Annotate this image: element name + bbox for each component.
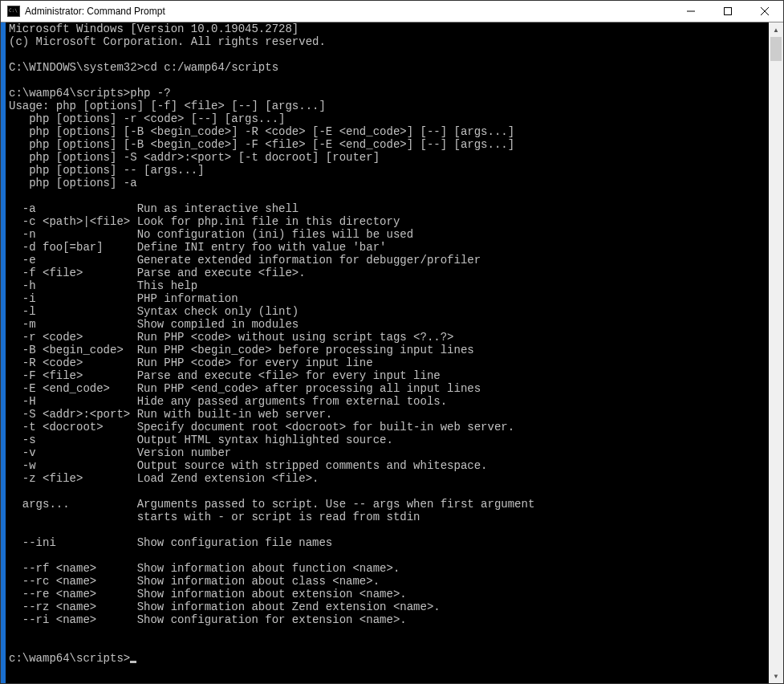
cmd-icon	[7, 6, 20, 17]
command-prompt-window: Administrator: Command Prompt Microsoft …	[0, 0, 784, 684]
scroll-down-button[interactable]: ▼	[769, 669, 783, 683]
scroll-thumb[interactable]	[770, 37, 782, 61]
minimize-icon	[687, 7, 695, 15]
titlebar[interactable]: Administrator: Command Prompt	[1, 1, 783, 22]
svg-rect-1	[725, 8, 732, 15]
close-button[interactable]	[746, 1, 783, 22]
scroll-up-button[interactable]: ▲	[769, 22, 783, 37]
minimize-button[interactable]	[672, 1, 709, 22]
client-area: Microsoft Windows [Version 10.0.19045.27…	[1, 22, 783, 683]
cursor	[130, 661, 136, 663]
console-text: Microsoft Windows [Version 10.0.19045.27…	[9, 22, 534, 626]
window-controls	[672, 1, 783, 22]
maximize-icon	[724, 7, 732, 15]
prompt-text: c:\wamp64\scripts>	[9, 652, 130, 665]
maximize-button[interactable]	[709, 1, 746, 22]
window-title: Administrator: Command Prompt	[25, 6, 672, 17]
vertical-scrollbar[interactable]: ▲ ▼	[769, 22, 783, 683]
close-icon	[761, 7, 769, 15]
prompt-line[interactable]: c:\wamp64\scripts>	[9, 652, 136, 665]
console-output[interactable]: Microsoft Windows [Version 10.0.19045.27…	[1, 22, 769, 683]
